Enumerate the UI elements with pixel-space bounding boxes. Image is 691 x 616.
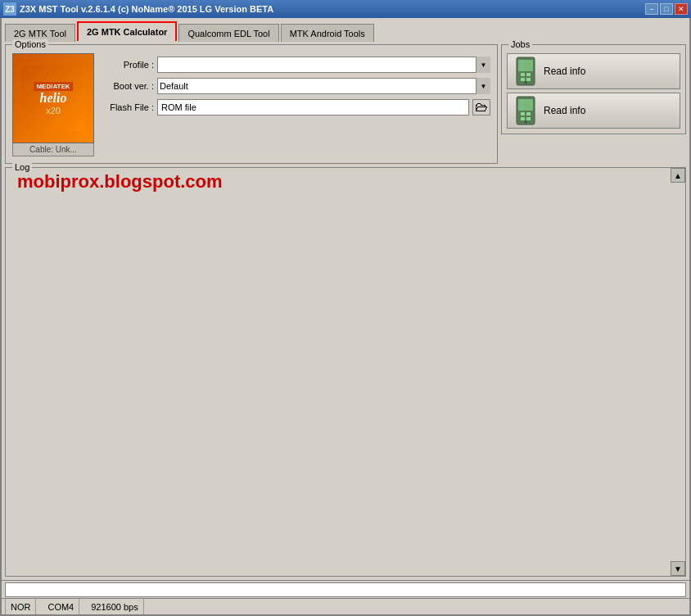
flash-file-row: Flash File : 🗁 <box>101 99 490 116</box>
boot-ver-row: Boot ver. : Default ▼ <box>101 78 490 94</box>
svg-point-13 <box>525 121 527 124</box>
tab-mtk-android-tools[interactable]: MTK Android Tools <box>281 24 374 42</box>
helio-sub: x20 <box>46 106 61 116</box>
status-nor: NOR <box>5 599 36 614</box>
profile-row: Profile : ▼ <box>101 57 490 73</box>
title-bar: Z3 Z3X MST Tool v.2.6.1.4 (c) NoName® 20… <box>0 0 691 18</box>
close-button[interactable]: ✕ <box>675 3 688 15</box>
jobs-border: Jobs <box>501 44 686 134</box>
flash-file-input[interactable] <box>157 99 469 116</box>
svg-rect-12 <box>526 117 531 120</box>
status-input[interactable] <box>5 582 686 597</box>
window-title: Z3X MST Tool v.2.6.1.4 (c) NoName® 2015 … <box>20 4 273 14</box>
jobs-section: Jobs <box>501 41 689 167</box>
log-scroll-down-button[interactable]: ▼ <box>671 561 685 576</box>
tab-label-2g-mtk-tool: 2G MTK Tool <box>14 29 66 38</box>
svg-rect-2 <box>521 73 525 76</box>
svg-rect-1 <box>518 60 533 71</box>
boot-ver-select[interactable]: Default <box>157 78 490 94</box>
phone-icon-2 <box>514 96 537 125</box>
panels-row: Options MEDIATEK helio x20 <box>2 41 689 167</box>
boot-ver-label: Boot ver. : <box>101 81 154 91</box>
status-bar: NOR COM4 921600 bps <box>2 598 689 614</box>
svg-rect-3 <box>526 73 531 76</box>
tab-label-mtk-android-tools: MTK Android Tools <box>290 29 365 38</box>
read-info-label-2: Read info <box>544 105 673 116</box>
profile-select-wrapper: ▼ <box>157 57 490 73</box>
minimize-button[interactable]: − <box>645 3 658 15</box>
jobs-title: Jobs <box>508 39 532 49</box>
svg-point-6 <box>525 82 527 84</box>
helio-text: helio <box>40 91 67 106</box>
cable-status: Cable: Unk... <box>12 143 94 156</box>
svg-rect-4 <box>521 78 525 81</box>
folder-icon: 🗁 <box>475 100 488 115</box>
read-info-button-1[interactable]: Read info <box>507 53 680 89</box>
tab-bar: 2G MTK Tool 2G MTK Calculator Qualcomm E… <box>2 18 689 41</box>
read-info-button-2[interactable]: Read info <box>507 93 680 129</box>
options-section: Options MEDIATEK helio x20 <box>2 41 501 167</box>
status-bps: 921600 bps <box>86 599 144 614</box>
title-bar-left: Z3 Z3X MST Tool v.2.6.1.4 (c) NoName® 20… <box>3 2 273 16</box>
boot-ver-select-wrapper: Default ▼ <box>157 78 490 94</box>
phone-icon-1 <box>514 57 537 86</box>
maximize-button[interactable]: □ <box>660 3 673 15</box>
app-icon: Z3 <box>3 2 16 16</box>
tab-qualcomm-edl-tool[interactable]: Qualcomm EDL Tool <box>178 24 278 42</box>
folder-button[interactable]: 🗁 <box>472 99 490 116</box>
main-window: 2G MTK Tool 2G MTK Calculator Qualcomm E… <box>0 18 691 616</box>
profile-label: Profile : <box>101 60 154 70</box>
options-title: Options <box>12 39 48 49</box>
device-image: MEDIATEK helio x20 <box>12 53 94 143</box>
watermark-text: mobiprox.blogspot.com <box>9 168 231 200</box>
svg-rect-11 <box>521 117 525 120</box>
read-info-label-1: Read info <box>544 66 673 77</box>
tab-label-2g-mtk-calculator: 2G MTK Calculator <box>87 27 167 37</box>
mediatek-logo: MEDIATEK <box>34 82 72 91</box>
svg-rect-9 <box>521 112 525 116</box>
form-fields: Profile : ▼ Boot ver. : <box>101 53 490 156</box>
tab-label-qualcomm-edl-tool: Qualcomm EDL Tool <box>187 29 269 38</box>
svg-rect-10 <box>526 112 531 116</box>
log-content-area: mobiprox.blogspot.com <box>6 168 685 576</box>
svg-rect-5 <box>526 78 531 81</box>
app-icon-text: Z3 <box>5 5 15 14</box>
profile-select[interactable] <box>157 57 490 73</box>
options-inner: MEDIATEK helio x20 Cable: Unk... <box>12 53 490 156</box>
flash-file-label: Flash File : <box>101 102 154 112</box>
jobs-list: Read info <box>507 53 680 129</box>
main-content: Options MEDIATEK helio x20 <box>2 41 689 614</box>
options-border: Options MEDIATEK helio x20 <box>5 44 498 164</box>
tab-2g-mtk-calculator[interactable]: 2G MTK Calculator <box>77 21 177 41</box>
boot-ver-dropdown-arrow[interactable]: ▼ <box>476 78 490 94</box>
svg-rect-8 <box>518 99 533 111</box>
profile-dropdown-arrow[interactable]: ▼ <box>476 57 490 73</box>
window-controls: − □ ✕ <box>645 3 688 15</box>
log-area: Log ▲ mobiprox.blogspot.com ▼ <box>5 167 686 577</box>
bottom-input-bar <box>2 580 689 598</box>
status-com: COM4 <box>43 599 79 614</box>
device-image-inner: MEDIATEK helio x20 <box>20 66 86 131</box>
